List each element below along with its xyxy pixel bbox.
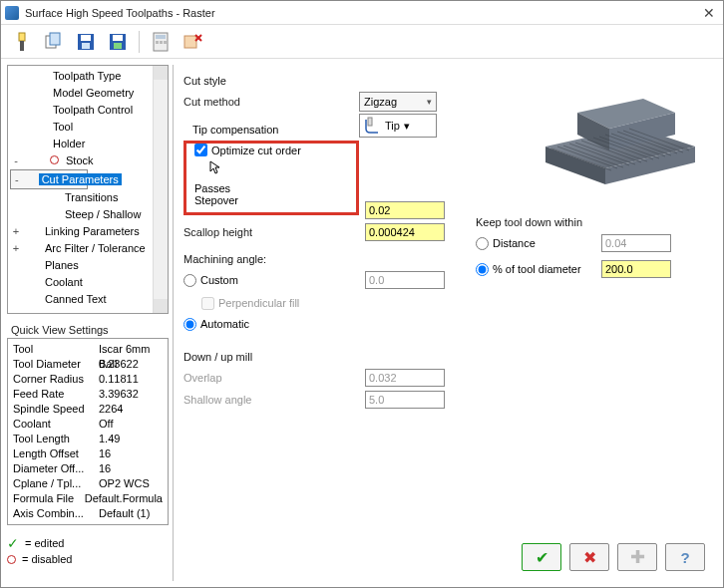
tree-item-label: Misc Values [42, 310, 106, 311]
disable-icon[interactable] [181, 31, 203, 53]
overlap-input [365, 369, 445, 387]
perp-label: Perpendicular fill [218, 297, 299, 309]
stepover-input[interactable] [365, 201, 445, 219]
tree-item[interactable]: Tool [10, 119, 151, 136]
collapse-icon[interactable]: - [10, 152, 22, 169]
qv-key: Cplane / Tpl... [13, 476, 99, 491]
pct-input[interactable] [601, 260, 671, 278]
cut-method-select[interactable]: Zigzag ▾ [359, 92, 437, 112]
cancel-button[interactable]: ✖ [569, 543, 609, 571]
tree-item[interactable]: Coolant [10, 274, 151, 291]
custom-angle-radio[interactable] [183, 274, 196, 287]
parameters-panel: Cut style Cut method Zigzag ▾ Tip ▾ [173, 65, 717, 581]
svg-rect-1 [20, 41, 24, 51]
tree-item-label: Linking Parameters [42, 225, 143, 237]
expand-icon[interactable]: + [10, 240, 22, 257]
apply-button[interactable]: ✚ [617, 543, 657, 571]
svg-rect-6 [82, 43, 90, 49]
tree-item-label: Canned Text [42, 293, 110, 305]
passes-label: Passes [194, 182, 348, 194]
tree-item[interactable]: +Linking Parameters [10, 223, 151, 240]
tree-item[interactable]: Toolpath Type [10, 68, 151, 85]
titlebar: Surface High Speed Toolpaths - Raster ✕ [1, 1, 723, 25]
highlight-box: Tip compensation Optimize cut order Pass… [183, 141, 359, 215]
tree-item[interactable]: Misc Values [10, 308, 151, 311]
tip-comp-select[interactable]: Tip ▾ [359, 114, 437, 138]
tree-item[interactable]: Holder [10, 136, 151, 152]
tree-item[interactable]: Model Geometry [10, 85, 151, 102]
qv-key: Length Offset [13, 446, 99, 461]
qv-key: Coolant [13, 417, 99, 432]
quick-view-row: Tool Length1.49 [13, 432, 163, 446]
save-icon[interactable] [75, 31, 97, 53]
tree-item[interactable]: Planes [10, 257, 151, 274]
svg-rect-13 [160, 41, 163, 44]
svg-rect-11 [156, 35, 166, 39]
pct-label: % of tool diameter [493, 263, 581, 275]
optimize-label: Optimize cut order [211, 145, 301, 156]
flashlight-icon[interactable] [11, 31, 33, 53]
tree-item[interactable]: +Arc Filter / Tolerance [10, 240, 151, 257]
qv-key: Corner Radius [13, 372, 99, 387]
legend: ✓= edited = disabled [7, 533, 169, 569]
quick-view-row: Length Offset16 [13, 446, 163, 461]
qv-value: 2264 [99, 402, 163, 417]
window-title: Surface High Speed Toolpaths - Raster [25, 7, 699, 19]
cursor-icon [208, 160, 222, 174]
tree-item-label: Tool [50, 121, 76, 133]
qv-value: Default.Formula [85, 491, 163, 506]
qv-key: Spindle Speed [13, 402, 99, 417]
tree-scrollbar[interactable] [153, 66, 168, 313]
tree-item[interactable]: Transitions [10, 189, 151, 206]
qv-value: 0.11811 [99, 372, 163, 387]
legend-edited: = edited [25, 537, 64, 549]
tree-view[interactable]: Toolpath TypeModel GeometryToolpath Cont… [7, 65, 169, 314]
copy-icon[interactable] [43, 31, 65, 53]
expand-icon[interactable]: + [10, 223, 22, 240]
qv-key: Diameter Off... [13, 461, 99, 476]
calculator-icon[interactable] [150, 31, 172, 53]
tree-item-label: Holder [50, 138, 88, 149]
svg-rect-15 [184, 36, 196, 48]
tree-item[interactable]: -Stock [10, 152, 151, 169]
qv-key: Tool [13, 342, 99, 357]
shallow-label: Shallow angle [183, 394, 323, 406]
tree-item-label: Cut Parameters [39, 173, 122, 185]
angle-title: Machining angle: [183, 253, 511, 265]
close-icon[interactable]: ✕ [699, 5, 719, 21]
qv-value: 16 [99, 461, 163, 476]
help-button[interactable]: ? [665, 543, 705, 571]
check-icon: ✓ [7, 535, 19, 551]
optimize-cut-order-checkbox[interactable] [194, 144, 207, 156]
qv-value: OP2 WCS [99, 476, 163, 491]
svg-rect-3 [50, 33, 60, 45]
qv-key: Tool Length [13, 432, 99, 446]
qv-value: Default (1) [99, 506, 163, 521]
quick-view-row: Cplane / Tpl...OP2 WCS [13, 476, 163, 491]
automatic-angle-radio[interactable] [183, 318, 196, 331]
tree-item-label: Toolpath Control [50, 104, 136, 116]
svg-rect-8 [113, 35, 123, 41]
pct-diameter-radio[interactable] [476, 263, 489, 276]
tree-item[interactable]: -Cut Parameters [10, 169, 88, 189]
quick-view-row: Tool Diameter0.23622 [13, 357, 163, 372]
save-green-icon[interactable] [107, 31, 129, 53]
tree-item[interactable]: Toolpath Control [10, 102, 151, 119]
automatic-label: Automatic [200, 318, 249, 330]
distance-label: Distance [493, 237, 536, 249]
scallop-input[interactable] [365, 223, 445, 241]
svg-rect-0 [19, 33, 25, 41]
keep-title: Keep tool down within [476, 216, 705, 228]
custom-angle-label: Custom [200, 274, 238, 286]
chevron-down-icon: ▾ [427, 97, 432, 107]
qv-key: Formula File [13, 491, 85, 506]
qv-value: 1.49 [99, 432, 163, 446]
tree-item[interactable]: Canned Text [10, 291, 151, 308]
shallow-input [365, 391, 445, 409]
qv-value: 16 [99, 446, 163, 461]
distance-radio[interactable] [476, 237, 489, 250]
ok-button[interactable]: ✔ [522, 543, 561, 571]
stepover-label: Stepover [194, 194, 348, 206]
tree-item[interactable]: Steep / Shallow [10, 206, 151, 223]
qv-value: 3.39632 [99, 387, 163, 402]
